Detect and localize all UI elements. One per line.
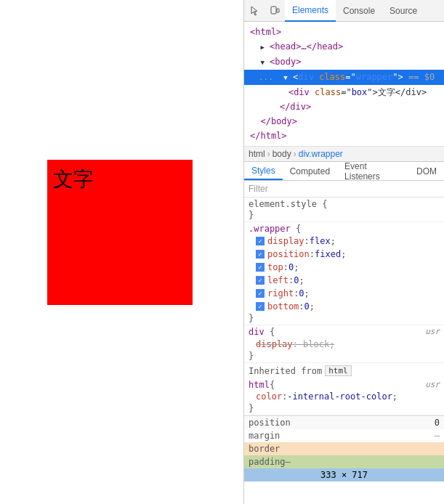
box-model-size: 333 × 717 bbox=[244, 468, 444, 481]
div-body: display: block; bbox=[249, 338, 440, 351]
dom-line-wrapper[interactable]: ... ▼ <div class="wrapper"> == $0 bbox=[244, 70, 444, 85]
tab-source[interactable]: Source bbox=[382, 0, 424, 22]
top-checkbox[interactable]: ✓ bbox=[256, 263, 265, 272]
breadcrumb-body[interactable]: body bbox=[273, 149, 291, 159]
breadcrumb-wrapper[interactable]: div.wrapper bbox=[299, 149, 343, 159]
prop-right: ✓ right: 0; bbox=[256, 287, 440, 300]
tab-styles[interactable]: Styles bbox=[244, 162, 283, 180]
box-model-section: position 0 margin – border padding– 333 … bbox=[244, 415, 444, 481]
box-model-position-row: position 0 bbox=[244, 416, 444, 429]
red-wrapper-box: 文字 bbox=[47, 160, 193, 305]
box-model-margin-row: margin – bbox=[244, 429, 444, 442]
left-checkbox[interactable]: ✓ bbox=[256, 276, 265, 285]
dom-line-body[interactable]: ▼ <body> bbox=[244, 54, 444, 70]
dom-line-head[interactable]: ▶ <head>…</head> bbox=[244, 39, 444, 54]
element-style-rule: element.style { } bbox=[244, 198, 444, 222]
wrapper-selector: .wrapper { bbox=[249, 224, 440, 234]
tab-elements[interactable]: Elements bbox=[285, 0, 336, 22]
display-checkbox[interactable]: ✓ bbox=[256, 237, 265, 245]
right-checkbox[interactable]: ✓ bbox=[256, 289, 265, 298]
prop-position: ✓ position: fixed; bbox=[256, 248, 440, 261]
svg-rect-0 bbox=[271, 7, 276, 14]
cursor-icon[interactable] bbox=[244, 0, 265, 22]
dom-line-box[interactable]: <div class="box">文字</div> bbox=[244, 85, 444, 99]
chinese-text: 文字 bbox=[53, 166, 94, 193]
position-checkbox[interactable]: ✓ bbox=[256, 250, 265, 259]
div-selector: div { bbox=[249, 327, 275, 337]
filter-label: Filter bbox=[249, 184, 268, 194]
style-tabs: Styles Computed Event Listeners DOM bbox=[244, 162, 444, 181]
styles-content: element.style { } .wrapper { ✓ display: … bbox=[244, 198, 444, 504]
prop-top: ✓ top: 0; bbox=[256, 261, 440, 274]
div-rule: div { usr display: block; } bbox=[244, 325, 444, 363]
inherited-from: Inherited from html bbox=[244, 363, 444, 378]
box-model-padding-row: padding– bbox=[244, 455, 444, 468]
tab-event-listeners[interactable]: Event Listeners bbox=[337, 162, 409, 180]
box-model-border-row: border bbox=[244, 442, 444, 455]
breadcrumb: html › body › div.wrapper bbox=[244, 147, 444, 162]
dom-line-close-body[interactable]: </body> bbox=[244, 114, 444, 129]
html-rule: html { usr color: -internal-root-color; … bbox=[244, 378, 444, 415]
device-icon[interactable] bbox=[265, 0, 285, 22]
wrapper-rule: .wrapper { ✓ display: flex; ✓ position: … bbox=[244, 222, 444, 325]
devtools-top-tabs: Elements Console Source bbox=[244, 0, 444, 22]
dom-line-html[interactable]: <html> bbox=[244, 25, 444, 39]
html-rule-body: color: -internal-root-color; bbox=[249, 390, 440, 403]
prop-display-block: display: block; bbox=[256, 338, 440, 351]
bottom-checkbox[interactable]: ✓ bbox=[256, 302, 265, 311]
wrapper-body: ✓ display: flex; ✓ position: fixed; ✓ to… bbox=[249, 235, 440, 313]
webpage-preview: 文字 bbox=[0, 0, 243, 504]
element-style-selector: element.style { bbox=[249, 199, 440, 209]
dom-tree: <html> ▶ <head>…</head> ▼ <body> ... ▼ <… bbox=[244, 22, 444, 147]
filter-bar: Filter bbox=[244, 181, 444, 198]
prop-bottom: ✓ bottom: 0; bbox=[256, 300, 440, 313]
prop-left: ✓ left: 0; bbox=[256, 274, 440, 287]
dom-line-close-div[interactable]: </div> bbox=[244, 99, 444, 114]
tab-dom[interactable]: DOM bbox=[409, 162, 444, 180]
svg-rect-1 bbox=[277, 9, 279, 12]
dom-line-close-html[interactable]: </html> bbox=[244, 129, 444, 143]
div-ua-label: usr bbox=[425, 327, 440, 338]
tab-computed[interactable]: Computed bbox=[283, 162, 337, 180]
devtools-panel: Elements Console Source <html> ▶ <head>…… bbox=[243, 0, 444, 504]
html-ua-label: usr bbox=[425, 380, 440, 390]
inherited-tag: html bbox=[325, 365, 352, 376]
prop-color: color: -internal-root-color; bbox=[256, 390, 440, 403]
breadcrumb-html[interactable]: html bbox=[249, 149, 265, 159]
prop-display: ✓ display: flex; bbox=[256, 235, 440, 248]
tab-console[interactable]: Console bbox=[336, 0, 382, 22]
